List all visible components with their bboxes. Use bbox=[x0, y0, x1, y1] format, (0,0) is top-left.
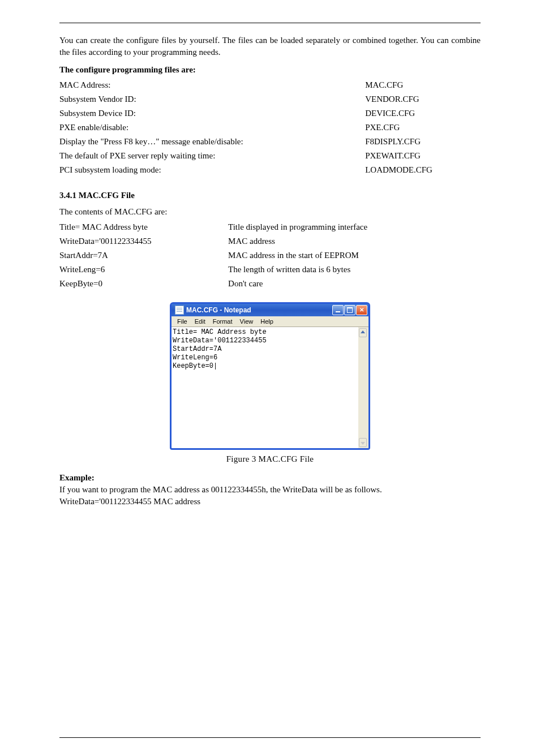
field-desc: Don't care bbox=[228, 277, 481, 291]
cfg-key: Subsystem Device ID: bbox=[59, 106, 365, 121]
field-key: Title= MAC Address byte bbox=[59, 220, 228, 234]
cfg-files-label: The configure programming files are: bbox=[59, 65, 481, 75]
cfg-files-table: MAC Address:MAC.CFG Subsystem Vendor ID:… bbox=[59, 78, 481, 177]
table-row: Title= MAC Address byteTitle displayed i… bbox=[59, 220, 481, 234]
menu-format[interactable]: Format bbox=[209, 317, 236, 325]
field-key: WriteLeng=6 bbox=[59, 263, 228, 277]
table-row: MAC Address:MAC.CFG bbox=[59, 78, 481, 92]
cfg-val: DEVICE.CFG bbox=[365, 106, 481, 121]
cfg-key: MAC Address: bbox=[59, 78, 365, 92]
table-row: WriteData='001122334455MAC address bbox=[59, 234, 481, 248]
field-key: WriteData='001122334455 bbox=[59, 234, 228, 248]
maximize-icon bbox=[347, 307, 353, 313]
menu-view[interactable]: View bbox=[237, 317, 257, 325]
cfg-key: PXE enable/disable: bbox=[59, 121, 365, 135]
cfg-key: Display the "Press F8 key…" message enab… bbox=[59, 135, 365, 149]
close-button[interactable] bbox=[356, 305, 367, 315]
close-icon bbox=[359, 307, 364, 313]
example-value: WriteData='001122334455 MAC address bbox=[59, 496, 481, 508]
table-row: WriteLeng=6The length of written data is… bbox=[59, 263, 481, 277]
scroll-up-button[interactable] bbox=[359, 328, 367, 337]
minimize-button[interactable] bbox=[332, 305, 344, 315]
example-label: Example: bbox=[59, 472, 481, 484]
field-desc: Title displayed in programming interface bbox=[228, 220, 481, 234]
cfg-key: The default of PXE server reply waiting … bbox=[59, 149, 365, 163]
cfg-key: PCI subsystem loading mode: bbox=[59, 163, 365, 177]
scroll-down-button[interactable] bbox=[359, 438, 367, 447]
table-row: The default of PXE server reply waiting … bbox=[59, 149, 481, 163]
table-row: StartAddr=7AMAC address in the start of … bbox=[59, 248, 481, 263]
example-text: If you want to program the MAC address a… bbox=[59, 484, 481, 496]
table-row: Subsystem Vendor ID:VENDOR.CFG bbox=[59, 92, 481, 106]
table-row: Subsystem Device ID:DEVICE.CFG bbox=[59, 106, 481, 121]
table-row: Display the "Press F8 key…" message enab… bbox=[59, 135, 481, 149]
field-desc: The length of written data is 6 bytes bbox=[228, 263, 481, 277]
fields-label: The contents of MAC.CFG are: bbox=[59, 207, 481, 217]
cfg-val: PXEWAIT.CFG bbox=[365, 149, 481, 163]
maximize-button[interactable] bbox=[344, 305, 355, 315]
notepad-window: MAC.CFG - Notepad File Edit Format View … bbox=[170, 302, 370, 450]
figure-caption: Figure 3 MAC.CFG File bbox=[59, 454, 481, 464]
table-row: KeepByte=0Don't care bbox=[59, 277, 481, 291]
window-title: MAC.CFG - Notepad bbox=[186, 306, 251, 314]
field-desc: MAC address bbox=[228, 234, 481, 248]
cfg-val: VENDOR.CFG bbox=[365, 92, 481, 106]
cfg-val: LOADMODE.CFG bbox=[365, 163, 481, 177]
field-key: StartAddr=7A bbox=[59, 248, 228, 263]
cfg-val: F8DISPLY.CFG bbox=[365, 135, 481, 149]
document-icon bbox=[175, 306, 184, 315]
fields-table: Title= MAC Address byteTitle displayed i… bbox=[59, 220, 481, 291]
titlebar[interactable]: MAC.CFG - Notepad bbox=[172, 304, 368, 316]
table-row: PXE enable/disable:PXE.CFG bbox=[59, 121, 481, 135]
menu-help[interactable]: Help bbox=[257, 317, 277, 325]
field-key: KeepByte=0 bbox=[59, 277, 228, 291]
field-desc: MAC address in the start of EEPROM bbox=[228, 248, 481, 263]
cfg-val: MAC.CFG bbox=[365, 78, 481, 92]
minimize-icon bbox=[336, 311, 340, 312]
cfg-key: Subsystem Vendor ID: bbox=[59, 92, 365, 106]
bottom-rule bbox=[59, 737, 481, 738]
menu-file[interactable]: File bbox=[174, 317, 191, 325]
section-heading: 3.4.1 MAC.CFG File bbox=[59, 191, 481, 200]
cfg-val: PXE.CFG bbox=[365, 121, 481, 135]
menubar: File Edit Format View Help bbox=[172, 316, 368, 327]
intro: You can create the configure files by yo… bbox=[59, 35, 481, 58]
menu-edit[interactable]: Edit bbox=[191, 317, 209, 325]
table-row: PCI subsystem loading mode:LOADMODE.CFG bbox=[59, 163, 481, 177]
editor-textarea[interactable]: Title= MAC Address byte WriteData='00112… bbox=[172, 327, 368, 448]
